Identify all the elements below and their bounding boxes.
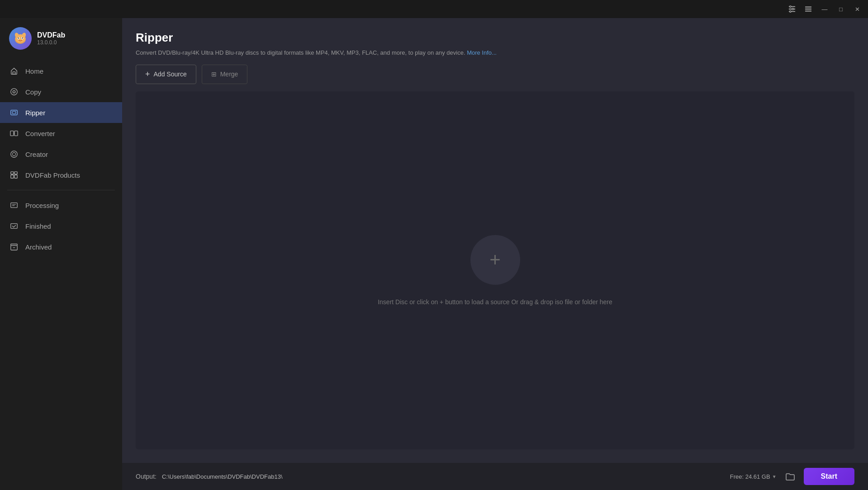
bottom-bar: Output: C:\Users\fab\Documents\DVDFab\DV… bbox=[122, 463, 868, 490]
svg-point-24 bbox=[11, 151, 17, 157]
add-source-drop-button[interactable]: + bbox=[470, 235, 520, 285]
sidebar-item-creator[interactable]: Creator bbox=[0, 144, 122, 165]
processing-icon bbox=[9, 200, 19, 210]
products-icon bbox=[9, 170, 19, 180]
free-space-chevron-icon[interactable]: ▼ bbox=[772, 474, 777, 479]
svg-rect-17 bbox=[13, 72, 15, 74]
output-label: Output: bbox=[136, 473, 157, 480]
free-space-value: Free: 24.61 GB bbox=[730, 473, 770, 480]
sidebar-item-label-copy: Copy bbox=[25, 88, 41, 96]
app-logo-icon bbox=[9, 27, 32, 50]
svg-point-5 bbox=[790, 11, 792, 13]
converter-icon bbox=[9, 128, 19, 138]
app-name: DVDFab bbox=[37, 31, 65, 39]
sidebar-item-finished[interactable]: Finished bbox=[0, 216, 122, 236]
sidebar-item-dvdfab-products[interactable]: DVDFab Products bbox=[0, 165, 122, 185]
finished-icon bbox=[9, 221, 19, 231]
merge-icon: ⊞ bbox=[211, 71, 217, 78]
svg-rect-33 bbox=[11, 244, 17, 246]
drop-area: + Insert Disc or click on + button to lo… bbox=[136, 91, 854, 450]
svg-rect-29 bbox=[14, 172, 17, 174]
menu-btn[interactable] bbox=[801, 3, 816, 15]
svg-rect-21 bbox=[12, 111, 15, 113]
sidebar-item-archived[interactable]: Archived bbox=[0, 236, 122, 257]
svg-rect-23 bbox=[14, 131, 18, 136]
svg-point-25 bbox=[12, 152, 15, 155]
creator-icon bbox=[9, 149, 19, 159]
close-btn[interactable]: ✕ bbox=[850, 3, 864, 15]
drop-plus-icon: + bbox=[489, 250, 501, 269]
svg-rect-30 bbox=[11, 203, 17, 208]
logo-text: DVDFab 13.0.0.0 bbox=[37, 31, 65, 46]
minimize-btn[interactable]: — bbox=[817, 3, 832, 15]
svg-point-3 bbox=[790, 6, 792, 8]
maximize-btn[interactable]: □ bbox=[834, 3, 848, 15]
sidebar-item-home[interactable]: Home bbox=[0, 61, 122, 81]
drop-hint-text: Insert Disc or click on + button to load… bbox=[378, 298, 612, 306]
more-info-link[interactable]: More Info... bbox=[467, 49, 497, 56]
app-version: 13.0.0.0 bbox=[37, 39, 65, 46]
svg-rect-31 bbox=[11, 224, 17, 229]
window-controls: — □ ✕ bbox=[785, 3, 864, 15]
content-header: Ripper Convert DVD/Blu-ray/4K Ultra HD B… bbox=[122, 18, 868, 65]
add-source-plus-icon: + bbox=[145, 70, 150, 79]
svg-rect-26 bbox=[11, 175, 14, 178]
sidebar-item-label-converter: Converter bbox=[25, 130, 55, 137]
svg-rect-27 bbox=[14, 175, 17, 178]
svg-rect-8 bbox=[805, 11, 811, 12]
page-desc-text: Convert DVD/Blu-ray/4K Ultra HD Blu-ray … bbox=[136, 49, 465, 56]
sidebar-item-ripper[interactable]: Ripper bbox=[0, 102, 122, 123]
merge-label: Merge bbox=[220, 71, 238, 78]
app-body: DVDFab 13.0.0.0 Home Copy Ripper bbox=[0, 18, 868, 490]
svg-rect-20 bbox=[11, 110, 17, 115]
add-source-label: Add Source bbox=[154, 71, 187, 78]
title-bar: — □ ✕ bbox=[0, 0, 868, 18]
browse-folder-button[interactable] bbox=[782, 468, 798, 485]
home-icon bbox=[9, 66, 19, 76]
svg-rect-7 bbox=[805, 9, 811, 9]
output-path: C:\Users\fab\Documents\DVDFab\DVDFab13\ bbox=[162, 473, 725, 480]
free-space-text: Free: 24.61 GB ▼ bbox=[730, 473, 777, 480]
merge-button[interactable]: ⊞ Merge bbox=[202, 65, 248, 84]
sidebar-item-label-creator: Creator bbox=[25, 151, 48, 158]
sidebar-item-label-products: DVDFab Products bbox=[25, 171, 80, 179]
svg-rect-22 bbox=[10, 131, 14, 136]
start-button[interactable]: Start bbox=[804, 468, 854, 485]
nav-divider bbox=[7, 190, 115, 190]
sidebar-item-label-finished: Finished bbox=[25, 222, 51, 230]
logo-area: DVDFab 13.0.0.0 bbox=[0, 18, 122, 61]
sidebar-item-copy[interactable]: Copy bbox=[0, 81, 122, 102]
svg-point-19 bbox=[13, 90, 15, 93]
page-title: Ripper bbox=[136, 31, 854, 45]
svg-point-18 bbox=[11, 89, 17, 95]
svg-rect-28 bbox=[11, 172, 14, 174]
add-source-button[interactable]: + Add Source bbox=[136, 65, 196, 84]
settings-icon-btn[interactable] bbox=[785, 3, 799, 15]
svg-point-4 bbox=[792, 8, 794, 10]
ripper-icon bbox=[9, 108, 19, 118]
page-description: Convert DVD/Blu-ray/4K Ultra HD Blu-ray … bbox=[136, 48, 854, 57]
archived-icon bbox=[9, 242, 19, 252]
svg-rect-6 bbox=[805, 7, 811, 8]
sidebar-item-label-processing: Processing bbox=[25, 202, 59, 209]
sidebar-item-processing[interactable]: Processing bbox=[0, 195, 122, 216]
main-content: Ripper Convert DVD/Blu-ray/4K Ultra HD B… bbox=[122, 18, 868, 490]
sidebar-item-label-ripper: Ripper bbox=[25, 109, 45, 117]
sidebar-item-converter[interactable]: Converter bbox=[0, 123, 122, 144]
sidebar: DVDFab 13.0.0.0 Home Copy Ripper bbox=[0, 18, 122, 490]
toolbar: + Add Source ⊞ Merge bbox=[122, 65, 868, 91]
sidebar-item-label-home: Home bbox=[25, 67, 43, 75]
sidebar-item-label-archived: Archived bbox=[25, 243, 52, 251]
copy-icon bbox=[9, 87, 19, 97]
